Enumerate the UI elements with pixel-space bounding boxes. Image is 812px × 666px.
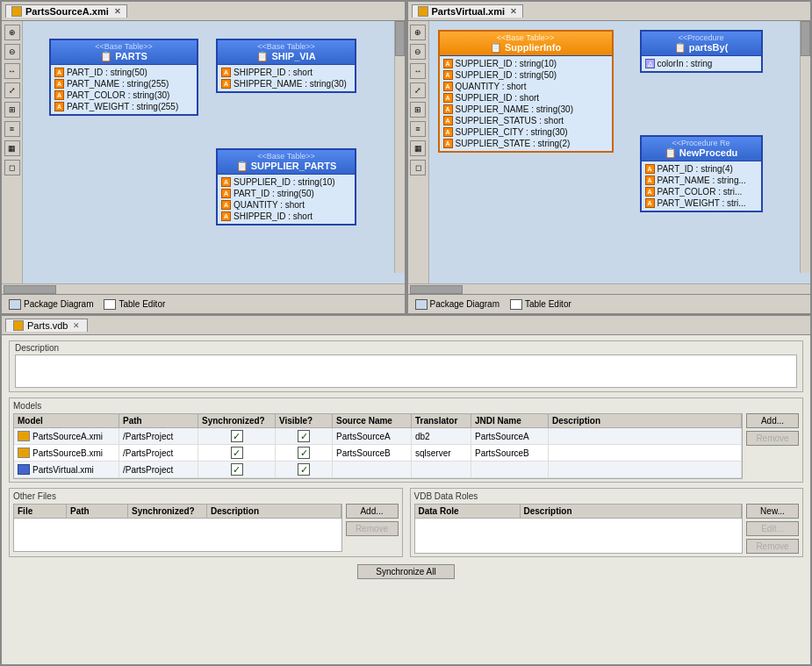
sync-all-button[interactable]: Synchronize All [357,564,454,579]
right-toolbar-btn-4[interactable]: ⤢ [410,82,426,98]
model-visible-2: ✓ [276,462,333,477]
vdb-panel: Parts.vdb ✕ Description Models Model Pat… [0,316,812,666]
toolbar-btn-1[interactable]: ⊕ [4,25,20,40]
other-files-remove-button[interactable]: Remove [346,521,399,536]
vr-col-desc: Description [521,505,743,518]
right-scrollbar-v[interactable] [800,21,810,273]
vdb-roles-label: VDB Data Roles [414,491,800,501]
left-table-editor-tab[interactable]: Table Editor [100,298,169,311]
toolbar-btn-6[interactable]: ≡ [4,121,20,137]
description-section: Description [9,340,803,392]
other-files-buttons: Add... Remove [346,504,399,552]
model-name-1: PartsSourceB.xmi [14,445,119,461]
vdb-edit-button[interactable]: Edit... [746,521,799,536]
right-toolbar-btn-7[interactable]: ▦ [410,140,426,156]
model-source-1: PartsSourceB [333,445,412,461]
toolbar-btn-7[interactable]: ▦ [4,140,20,156]
model-desc-1 [549,445,742,461]
right-toolbar-btn-1[interactable]: ⊕ [410,25,426,40]
models-remove-button[interactable]: Remove [746,431,799,446]
vdb-roles-section: VDB Data Roles Data Role Description New… [410,488,804,557]
model-translator-0: db2 [412,428,471,444]
supplier-parts-table: <<Base Table>> 📋 SUPPLIER_PARTS ASUPPLIE… [216,148,356,226]
toolbar-btn-8[interactable]: ◻ [4,160,20,175]
model-source-0: PartsSourceA [333,428,412,444]
model-source-2 [333,462,412,477]
new-procedure-table: <<Procedure Re 📋 NewProcedu APART_ID : s… [640,135,763,212]
of-col-sync: Synchronized? [128,505,207,518]
right-toolbar-btn-6[interactable]: ≡ [410,121,426,137]
right-toolbar-btn-5[interactable]: ⊞ [410,102,426,118]
left-package-diagram-tab[interactable]: Package Diagram [5,298,97,311]
model-name-0: PartsSourceA.xmi [14,428,119,444]
model-jndi-1: PartsSourceB [471,445,549,461]
model-row-1[interactable]: PartsSourceB.xmi /PartsProject ✓ ✓ Parts… [14,445,742,462]
ship-via-table: <<Base Table>> 📋 SHIP_VIA ASHIPPER_ID : … [216,39,356,93]
left-canvas: <<Base Table>> 📋 PARTS APART_ID : string… [23,21,405,283]
left-package-diagram-label: Package Diagram [24,299,93,309]
sync-check-0[interactable]: ✓ [231,430,243,442]
model-name-2: PartsVirtual.xmi [14,462,119,477]
vdb-icon [13,320,24,331]
models-action-buttons: Add... Remove [746,413,799,479]
model-visible-0: ✓ [276,428,333,444]
vdb-tab[interactable]: Parts.vdb ✕ [5,319,88,332]
right-table-editor-tab[interactable]: Table Editor [507,298,575,311]
vdb-remove-button[interactable]: Remove [746,539,799,554]
of-col-desc: Description [207,505,341,518]
model-sync-1: ✓ [198,445,276,461]
left-diagram-panel: PartsSourceA.xmi ✕ ⊕ ⊖ ↔ ⤢ ⊞ ≡ ▦ ◻ <<Bas… [0,0,406,315]
left-bottom-tab-bar: Package Diagram Table Editor [2,294,405,313]
visible-check-0[interactable]: ✓ [298,430,310,442]
bottom-sections: Other Files File Path Synchronized? Desc… [9,488,803,557]
description-input[interactable] [15,354,797,388]
vdb-new-button[interactable]: New... [746,504,799,519]
vdb-tab-close[interactable]: ✕ [73,321,80,330]
left-scrollbar-v[interactable] [394,21,405,273]
col-jndi: JNDI Name [471,414,549,427]
visible-check-1[interactable]: ✓ [298,447,310,459]
left-toolbar: ⊕ ⊖ ↔ ⤢ ⊞ ≡ ▦ ◻ [2,21,23,283]
right-toolbar-btn-8[interactable]: ◻ [410,160,426,175]
visible-check-2[interactable]: ✓ [298,463,310,476]
model-sync-2: ✓ [198,462,276,477]
package-diagram-icon-left [9,299,21,310]
other-files-section: Other Files File Path Synchronized? Desc… [9,488,403,557]
models-table: Model Path Synchronized? Visible? Source… [13,413,743,479]
model-path-1: /PartsProject [119,445,198,461]
vdb-tab-bar: Parts.vdb ✕ [2,316,810,335]
other-files-add-button[interactable]: Add... [346,504,399,519]
model-jndi-2 [471,462,549,477]
right-panel-tab[interactable]: PartsVirtual.xmi ✕ [412,4,524,18]
model-desc-2 [549,462,742,477]
left-scrollbar-h[interactable] [2,283,405,294]
left-panel-tab[interactable]: PartsSourceA.xmi ✕ [5,4,127,18]
xmi-icon-left [11,6,22,17]
models-add-button[interactable]: Add... [746,413,799,428]
sync-check-2[interactable]: ✓ [231,463,243,476]
right-toolbar-btn-3[interactable]: ↔ [410,63,426,79]
toolbar-btn-2[interactable]: ⊖ [4,44,20,60]
description-label: Description [15,343,797,353]
right-toolbar-btn-2[interactable]: ⊖ [410,44,426,60]
right-tab-close[interactable]: ✕ [510,7,517,16]
toolbar-btn-5[interactable]: ⊞ [4,102,20,118]
parts-stereotype: <<Base Table>> [54,42,193,51]
table-editor-icon-right [510,299,522,310]
model-row-2[interactable]: PartsVirtual.xmi /PartsProject ✓ ✓ [14,462,742,478]
model-translator-2 [412,462,471,477]
model-path-2: /PartsProject [119,462,198,477]
other-files-content: File Path Synchronized? Description Add.… [13,504,399,552]
left-tab-close[interactable]: ✕ [114,7,121,16]
package-diagram-icon-right [415,299,428,310]
toolbar-btn-4[interactable]: ⤢ [4,82,20,98]
right-scrollbar-h[interactable] [408,283,811,294]
col-path: Path [119,414,198,427]
right-bottom-tab-bar: Package Diagram Table Editor [408,294,811,313]
toolbar-btn-3[interactable]: ↔ [4,63,20,79]
model-row-0[interactable]: PartsSourceA.xmi /PartsProject ✓ ✓ Parts… [14,428,742,445]
right-canvas: <<Base Table>> 📋 SupplierInfo ASUPPLIER_… [429,21,811,283]
sync-check-1[interactable]: ✓ [231,447,243,459]
right-package-diagram-tab[interactable]: Package Diagram [412,298,503,311]
of-col-file: File [14,505,67,518]
